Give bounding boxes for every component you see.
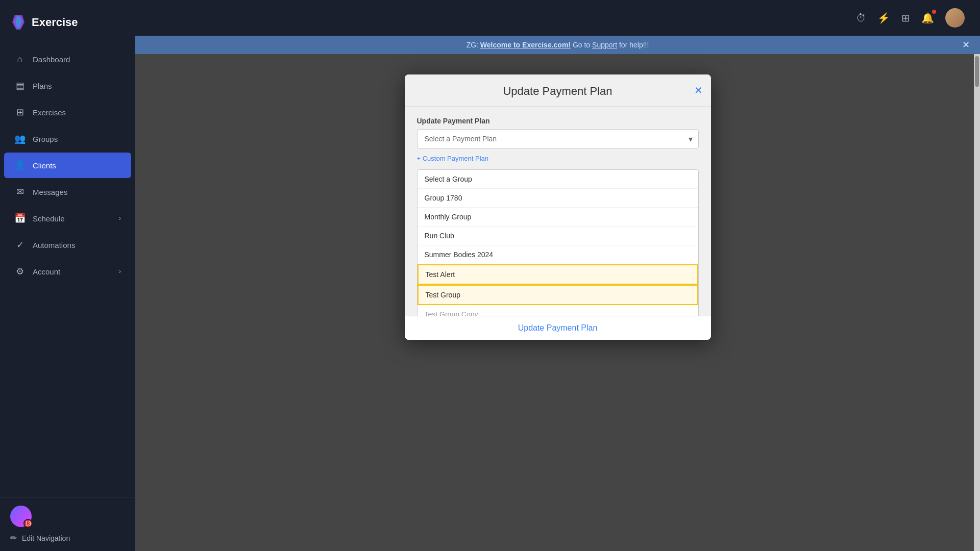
sidebar-navigation: ⌂ Dashboard ▤ Plans ⊞ Exercises 👥 Groups… (0, 41, 135, 497)
exercises-icon: ⊞ (14, 107, 26, 118)
sidebar-item-clients[interactable]: 👤 Clients (4, 153, 131, 178)
custom-payment-plan-link[interactable]: + Custom Payment Plan (417, 155, 489, 162)
schedule-chevron-icon: › (119, 215, 121, 222)
announcement-prefix: ZG: Welcome to Exercise.com! Go to Suppo… (467, 41, 649, 49)
sidebar-item-exercises-label: Exercises (33, 108, 66, 117)
sidebar-item-dashboard-label: Dashboard (33, 55, 70, 64)
modal-close-button[interactable]: ✕ (694, 84, 703, 96)
dropdown-item-test-group-copy[interactable]: Test Group Copy (418, 305, 698, 316)
clients-icon: 👤 (14, 160, 26, 171)
sidebar-item-account[interactable]: ⚙ Account › (4, 259, 131, 284)
modal-header: Update Payment Plan ✕ (405, 74, 711, 107)
sidebar-item-schedule[interactable]: 📅 Schedule › (4, 206, 131, 231)
sidebar-item-account-label: Account (33, 267, 60, 276)
account-chevron-icon: › (119, 268, 121, 275)
page-content: Update Payment Plan ✕ Update Payment Pla… (135, 54, 980, 551)
bell-icon[interactable]: 🔔 (921, 12, 934, 24)
clock-icon[interactable]: ⏱ (856, 12, 866, 24)
schedule-icon: 📅 (14, 213, 26, 224)
sidebar-item-automations[interactable]: ✓ Automations (4, 232, 131, 258)
announcement-bold: Welcome to Exercise.com! (480, 41, 571, 49)
automations-icon: ✓ (14, 239, 26, 251)
sidebar-item-messages[interactable]: ✉ Messages (4, 179, 131, 205)
account-icon: ⚙ (14, 266, 26, 277)
topbar: ⏱ ⚡ ⊞ 🔔 (135, 0, 980, 36)
app-name: Exercise (32, 16, 78, 29)
sidebar-item-messages-label: Messages (33, 188, 67, 196)
modal-title: Update Payment Plan (503, 85, 612, 98)
sidebar-item-automations-label: Automations (33, 241, 75, 249)
messages-icon: ✉ (14, 186, 26, 197)
dropdown-item-test-group[interactable]: Test Group (418, 285, 698, 305)
edit-navigation[interactable]: ✏ Edit Navigation (10, 533, 125, 543)
dropdown-item-run-club[interactable]: Run Club (418, 227, 698, 245)
plans-icon: ▤ (14, 80, 26, 91)
payment-plan-select-wrapper: Select a Payment Plan ▾ (417, 129, 699, 148)
edit-icon: ✏ (10, 533, 17, 543)
sidebar-logo: Exercise (0, 0, 135, 41)
modal-body: Update Payment Plan Select a Payment Pla… (405, 107, 711, 316)
update-payment-plan-button[interactable]: Update Payment Plan (405, 316, 711, 340)
announcement-close-button[interactable]: ✕ (962, 39, 970, 51)
user-avatar[interactable] (945, 8, 965, 28)
avatar-wrapper: 13 (10, 506, 32, 527)
lightning-icon[interactable]: ⚡ (877, 12, 890, 24)
dropdown-item-monthly-group[interactable]: Monthly Group (418, 208, 698, 227)
bell-badge (932, 10, 936, 14)
sidebar-bottom: 13 ✏ Edit Navigation (0, 497, 135, 551)
dropdown-item-select-group[interactable]: Select a Group (418, 170, 698, 189)
dropdown-item-group-1780[interactable]: Group 1780 (418, 189, 698, 208)
sidebar: Exercise ⌂ Dashboard ▤ Plans ⊞ Exercises… (0, 0, 135, 551)
sidebar-item-groups-label: Groups (33, 135, 58, 143)
modal-footer: Update Payment Plan (405, 316, 711, 340)
sidebar-item-dashboard[interactable]: ⌂ Dashboard (4, 47, 131, 72)
announcement-banner: ZG: Welcome to Exercise.com! Go to Suppo… (135, 36, 980, 54)
main-area: ⏱ ⚡ ⊞ 🔔 ZG: Welcome to Exercise.com! Go … (135, 0, 980, 551)
sidebar-item-plans-label: Plans (33, 82, 52, 90)
notification-badge: 13 (23, 519, 33, 528)
modal-section-label: Update Payment Plan (417, 117, 699, 125)
exercise-logo-icon (10, 14, 27, 31)
payment-plan-select[interactable]: Select a Payment Plan (417, 129, 699, 148)
groups-icon: 👥 (14, 133, 26, 144)
sidebar-item-groups[interactable]: 👥 Groups (4, 126, 131, 152)
dashboard-icon: ⌂ (14, 54, 26, 65)
dropdown-item-test-alert[interactable]: Test Alert (418, 264, 698, 285)
group-dropdown-list: Select a Group Group 1780 Monthly Group … (417, 169, 699, 316)
sidebar-item-plans[interactable]: ▤ Plans (4, 73, 131, 98)
modal-container: Update Payment Plan ✕ Update Payment Pla… (135, 54, 980, 551)
scrollbar-track[interactable] (974, 54, 980, 551)
sidebar-item-exercises[interactable]: ⊞ Exercises (4, 99, 131, 125)
sidebar-item-schedule-label: Schedule (33, 214, 65, 223)
scrollbar-thumb[interactable] (975, 56, 979, 87)
sidebar-account[interactable]: 13 (10, 506, 125, 527)
edit-nav-label: Edit Navigation (22, 534, 70, 542)
grid-icon[interactable]: ⊞ (901, 12, 910, 24)
dropdown-item-summer-bodies[interactable]: Summer Bodies 2024 (418, 245, 698, 264)
update-payment-plan-modal: Update Payment Plan ✕ Update Payment Pla… (405, 74, 711, 340)
sidebar-item-clients-label: Clients (33, 161, 56, 170)
